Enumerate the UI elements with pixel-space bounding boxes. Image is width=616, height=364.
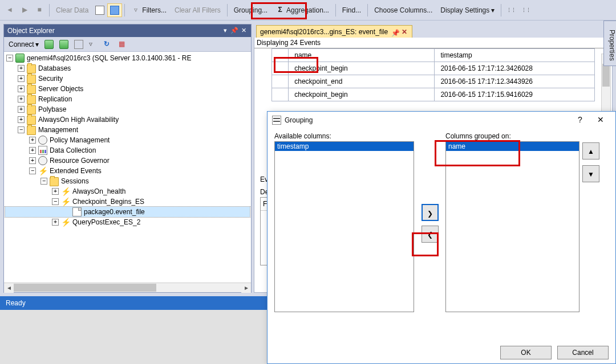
database-connect-icon — [44, 40, 54, 49]
expand-toggle[interactable]: + — [29, 137, 36, 144]
disconnect-db-button[interactable] — [57, 39, 71, 50]
available-columns-listbox[interactable]: timestamp — [274, 141, 414, 312]
horizontal-scrollbar[interactable]: ◂ ▸ — [4, 283, 251, 292]
panel-menu-button[interactable]: ▾ — [221, 27, 229, 35]
play-start-button[interactable]: ▶ — [17, 3, 32, 17]
column-header-timestamp[interactable]: timestamp — [435, 49, 595, 62]
toggle-panel-1-button[interactable] — [92, 3, 107, 17]
database-disconnect-icon — [59, 40, 68, 49]
nav-back-button[interactable]: ◄ — [2, 3, 17, 17]
clear-all-filters-button[interactable]: Clear All Filters — [171, 3, 225, 17]
tree-node-label: QueryPostExec_ES_2 — [72, 218, 140, 226]
table-row[interactable]: checkpoint_end2016-06-15 17:17:12.344392… — [272, 75, 595, 88]
object-explorer-title-bar: Object Explorer ▾ 📌 ✕ — [4, 24, 251, 37]
panel-filled-icon — [110, 6, 119, 15]
scroll-left-button[interactable]: ◂ — [4, 283, 14, 293]
expand-toggle[interactable]: − — [40, 178, 47, 185]
clear-data-button[interactable]: Clear Data — [52, 3, 92, 17]
choose-columns-button[interactable]: Choose Columns... — [370, 3, 436, 17]
expand-toggle[interactable]: + — [29, 147, 36, 154]
table-header-row: name timestamp — [272, 49, 595, 62]
refresh-button[interactable]: ↻ — [102, 39, 115, 50]
registered-servers-button[interactable]: ▦ — [116, 39, 130, 50]
stop-action-button[interactable] — [72, 39, 86, 50]
overflow-1-button[interactable]: ⋮⋮ — [504, 3, 518, 17]
dialog-title-bar[interactable]: Grouping ? ✕ — [268, 112, 615, 129]
expand-toggle[interactable]: − — [29, 167, 36, 174]
pin-icon[interactable]: 📌 — [391, 29, 397, 35]
tree-node-label: package0.event_file — [84, 208, 145, 216]
filter-tree-button[interactable]: ▿ — [87, 39, 100, 50]
expand-toggle[interactable]: − — [6, 55, 13, 62]
expand-toggle[interactable]: + — [52, 188, 59, 195]
table-row[interactable]: checkpoint_begin2016-06-15 17:17:12.3426… — [272, 62, 595, 75]
arrow-left-icon: ◄ — [5, 6, 14, 15]
dialog-close-button[interactable]: ✕ — [590, 113, 611, 127]
cell-name: checkpoint_begin — [289, 88, 435, 101]
expand-toggle[interactable]: − — [18, 126, 25, 133]
tab-label: genemi4f\sql2016rc3...gins_ES: event_fil… — [260, 28, 388, 36]
connect-button[interactable]: Connect ▾ — [6, 39, 41, 50]
dialog-title-text: Grouping — [285, 116, 313, 124]
move-right-button[interactable]: ❯ — [422, 204, 439, 221]
stop-button[interactable]: ■ — [32, 3, 47, 17]
events-table[interactable]: name timestamp checkpoint_begin2016-06-1… — [271, 48, 595, 101]
toggle-panel-2-button[interactable] — [107, 3, 122, 17]
tree-node-label: genemi4f\sql2016rc3 (SQL Server 13.0.140… — [27, 54, 191, 62]
find-button[interactable]: Find... — [338, 3, 365, 17]
move-left-button[interactable]: ❮ — [422, 226, 439, 243]
list-item[interactable]: name — [446, 142, 579, 151]
table-row[interactable]: checkpoint_begin2016-06-15 17:17:15.9416… — [272, 88, 595, 101]
cancel-button[interactable]: Cancel — [557, 346, 609, 359]
scroll-right-button[interactable]: ▸ — [241, 283, 251, 293]
filters-button[interactable]: ▿Filters... — [127, 3, 171, 17]
grouping-button[interactable]: Grouping... — [230, 3, 271, 17]
display-settings-button[interactable]: Display Settings ▾ — [436, 3, 499, 17]
column-header-name[interactable]: name — [289, 49, 435, 62]
session-icon: ⚡ — [61, 218, 70, 227]
tree-node-selected[interactable]: package0.event_file — [5, 207, 250, 217]
object-explorer-tree[interactable]: −genemi4f\sql2016rc3 (SQL Server 13.0.14… — [4, 52, 251, 283]
grouped-columns-label: Columns grouped on: — [445, 132, 579, 140]
overflow-2-button[interactable]: ⋮⋮ — [518, 3, 533, 17]
tab-close-button[interactable]: ✕ — [400, 28, 408, 36]
expand-toggle[interactable]: + — [18, 85, 25, 92]
move-down-button[interactable]: ▼ — [582, 165, 599, 182]
tree-node-label: Resource Governor — [50, 157, 110, 165]
expand-toggle[interactable]: + — [29, 157, 36, 164]
expand-toggle[interactable]: + — [18, 106, 25, 113]
aggregation-button[interactable]: ΣAggregation... — [271, 3, 333, 17]
expand-toggle[interactable]: + — [18, 65, 25, 72]
scroll-thumb[interactable] — [14, 284, 156, 292]
panel-close-button[interactable]: ✕ — [240, 27, 248, 35]
expand-toggle[interactable]: − — [52, 198, 59, 205]
expand-toggle[interactable]: + — [18, 75, 25, 82]
grouping-dialog: Grouping ? ✕ Available columns: timestam… — [267, 111, 616, 364]
expand-toggle[interactable]: + — [18, 96, 25, 103]
chevron-down-icon: ▾ — [35, 40, 39, 48]
list-item[interactable]: timestamp — [275, 142, 414, 151]
expand-toggle[interactable]: + — [18, 116, 25, 123]
panel-pin-button[interactable]: 📌 — [230, 27, 238, 35]
cell-name: checkpoint_begin — [289, 62, 435, 75]
move-up-button[interactable]: ▲ — [582, 142, 599, 159]
funnel-icon: ▿ — [89, 40, 98, 49]
expand-toggle[interactable]: + — [52, 219, 59, 226]
help-button[interactable]: ? — [570, 113, 590, 127]
tree-node-label: Replication — [38, 95, 72, 103]
connect-db-button[interactable] — [42, 39, 56, 50]
folder-icon — [27, 126, 36, 135]
properties-side-tab[interactable]: Properties — [603, 21, 616, 66]
document-tab-active[interactable]: genemi4f\sql2016rc3...gins_ES: event_fil… — [256, 25, 412, 38]
chevron-down-icon: ▾ — [491, 6, 495, 14]
scroll-thumb[interactable] — [602, 64, 610, 87]
tree-node-label: Server Objects — [38, 85, 83, 93]
tree-node-label: AlwaysOn_health — [72, 187, 125, 195]
tree-node-label: Checkpoint_Begins_ES — [72, 198, 144, 206]
tree-node-label: Security — [38, 75, 63, 83]
ok-button[interactable]: OK — [500, 346, 552, 359]
available-columns-label: Available columns: — [274, 132, 414, 140]
grouped-columns-listbox[interactable]: name — [445, 141, 579, 312]
grouping-dialog-icon — [272, 116, 281, 125]
cell-name: checkpoint_end — [289, 75, 435, 88]
